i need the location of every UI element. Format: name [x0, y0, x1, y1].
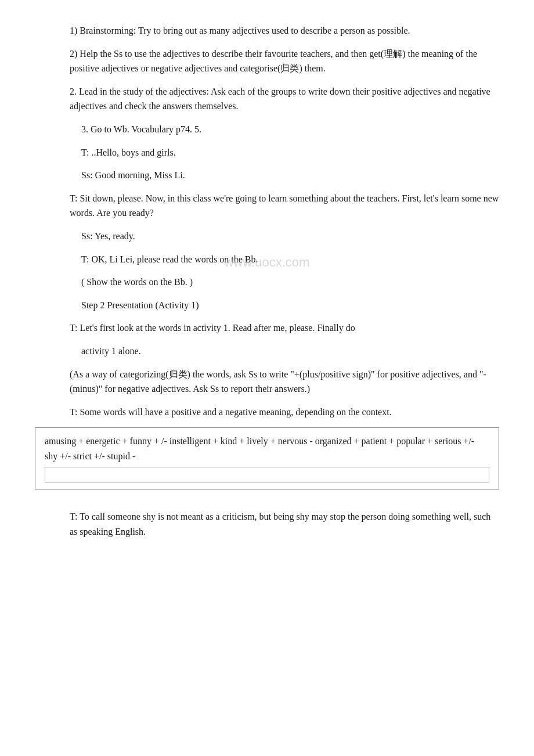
- paragraph-10: ( Show the words on the Bb. ): [35, 275, 499, 290]
- paragraph-12: T: Let's first look at the words in acti…: [35, 321, 499, 336]
- paragraph-9-text: T: OK, Li Lei, please read the words on …: [81, 254, 258, 264]
- paragraph-5: T: ..Hello, boys and girls.: [35, 145, 499, 160]
- paragraph-1-text: 1) Brainstorming: Try to bring out as ma…: [70, 26, 410, 35]
- paragraph-15-text: T: Some words will have a positive and a…: [70, 407, 392, 417]
- paragraph-4-text: 3. Go to Wb. Vocabulary p74. 5.: [81, 124, 201, 134]
- paragraph-14-text: (As a way of categorizing(归类) the words,…: [70, 369, 486, 394]
- paragraph-6: Ss: Good morning, Miss Li.: [35, 168, 499, 183]
- closing-paragraph: T: To call someone shy is not meant as a…: [35, 509, 499, 539]
- paragraph-3: 2. Lead in the study of the adjectives: …: [35, 84, 499, 114]
- paragraph-5-text: T: ..Hello, boys and girls.: [81, 147, 176, 157]
- paragraph-6-text: Ss: Good morning, Miss Li.: [81, 170, 185, 180]
- paragraph-4: 3. Go to Wb. Vocabulary p74. 5.: [35, 122, 499, 137]
- closing-paragraph-text: T: To call someone shy is not meant as a…: [70, 512, 490, 537]
- paragraph-2-text: 2) Help the Ss to use the adjectives to …: [70, 49, 477, 74]
- paragraph-8: Ss: Yes, ready.: [35, 229, 499, 244]
- paragraph-11-text: Step 2 Presentation (Activity 1): [81, 300, 199, 310]
- paragraph-10-text: ( Show the words on the Bb. ): [81, 277, 193, 287]
- paragraph-12-text: T: Let's first look at the words in acti…: [70, 323, 355, 333]
- paragraph-2: 2) Help the Ss to use the adjectives to …: [35, 46, 499, 76]
- paragraph-13: activity 1 alone.: [35, 344, 499, 359]
- paragraph-9: T: OK, Li Lei, please read the words on …: [35, 252, 499, 267]
- paragraph-7-text: T: Sit down, please. Now, in this class …: [70, 193, 499, 218]
- paragraph-1: 1) Brainstorming: Try to bring out as ma…: [35, 23, 499, 38]
- vocabulary-box-text: amusing + energetic + funny + /- instell…: [45, 436, 474, 461]
- paragraph-8-text: Ss: Yes, ready.: [81, 231, 135, 241]
- box-empty-line: [45, 467, 489, 483]
- paragraph-13-text: activity 1 alone.: [81, 346, 141, 356]
- paragraph-11: Step 2 Presentation (Activity 1): [35, 298, 499, 313]
- paragraph-7: T: Sit down, please. Now, in this class …: [35, 191, 499, 221]
- paragraph-14: (As a way of categorizing(归类) the words,…: [35, 367, 499, 397]
- paragraph-3-text: 2. Lead in the study of the adjectives: …: [70, 87, 490, 111]
- vocabulary-box: amusing + energetic + funny + /- instell…: [35, 427, 499, 489]
- paragraph-15: T: Some words will have a positive and a…: [35, 405, 499, 420]
